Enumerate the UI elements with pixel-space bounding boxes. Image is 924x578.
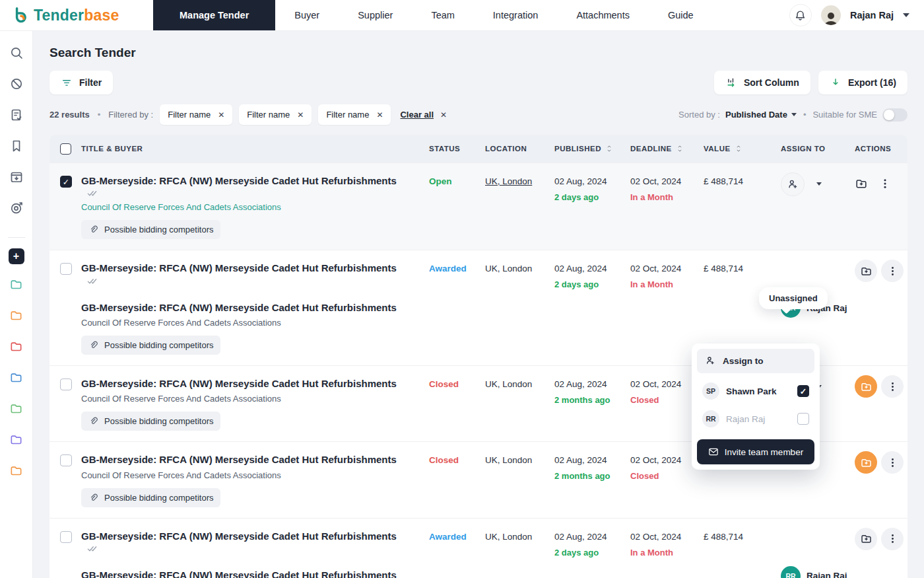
brand-logo[interactable]: Tenderbase xyxy=(0,0,153,30)
export-button[interactable]: Export (16) xyxy=(818,71,908,94)
folder-add-icon xyxy=(860,265,873,277)
nav-guide[interactable]: Guide xyxy=(649,0,713,30)
assign-dropdown-caret-icon[interactable] xyxy=(816,182,822,186)
assign-button[interactable] xyxy=(781,172,805,196)
col-status: STATUS xyxy=(429,145,485,153)
deadline-note: In a Month xyxy=(630,279,704,289)
person-add-icon xyxy=(705,355,716,367)
row-checkbox[interactable]: ✓ xyxy=(60,176,72,188)
tender-buyer[interactable]: Council Of Reserve Forces And Cadets Ass… xyxy=(81,202,409,212)
add-to-folder-button[interactable] xyxy=(855,528,877,550)
published-date: 02 Aug, 2024 xyxy=(554,532,630,542)
nav-attachments[interactable]: Attachments xyxy=(557,0,649,30)
folder-icon-3[interactable] xyxy=(9,340,23,353)
nav-buyer[interactable]: Buyer xyxy=(275,0,339,30)
assign-to-header: Assign to xyxy=(697,349,814,373)
member-checkbox[interactable] xyxy=(797,413,809,425)
published-date: 02 Aug, 2024 xyxy=(554,264,630,273)
invite-team-member-button[interactable]: Invite team member xyxy=(697,439,814,464)
tender-title[interactable]: GB-Merseyside: RFCA (NW) Merseyside Cade… xyxy=(81,377,409,390)
sort-published-icon[interactable] xyxy=(605,145,613,153)
clear-all-button[interactable]: Clear all xyxy=(400,110,434,120)
bell-icon xyxy=(794,9,807,22)
tender-title[interactable]: GB-Merseyside: RFCA (NW) Merseyside Cade… xyxy=(81,529,409,578)
clear-all-x-icon[interactable] xyxy=(440,110,447,120)
sorted-by-value[interactable]: Published Date xyxy=(725,110,797,120)
bookmark-icon[interactable] xyxy=(9,139,24,153)
more-actions-button[interactable] xyxy=(881,528,904,550)
member-checkbox[interactable]: ✓ xyxy=(797,385,809,397)
remove-filter-icon[interactable] xyxy=(376,110,383,120)
notifications-button[interactable] xyxy=(789,4,812,26)
folder-icon-1[interactable] xyxy=(9,277,23,291)
add-to-folder-button[interactable] xyxy=(855,260,877,282)
bidding-competitors-chip[interactable]: Possible bidding competitors xyxy=(81,488,220,507)
filter-chip-2[interactable]: Filter name xyxy=(239,104,312,125)
published-ago: 2 months ago xyxy=(554,471,630,481)
avatar-silhouette-icon xyxy=(823,11,839,25)
row-checkbox[interactable] xyxy=(60,379,72,390)
more-actions-button[interactable] xyxy=(881,451,904,474)
more-actions-button[interactable] xyxy=(878,177,892,190)
nav-team[interactable]: Team xyxy=(412,0,473,30)
folder-icon-6[interactable] xyxy=(9,433,23,447)
member-avatar: SP xyxy=(702,382,719,400)
row-checkbox[interactable] xyxy=(60,454,72,466)
tender-buyer[interactable]: Council Of Reserve Forces And Cadets Ass… xyxy=(81,394,409,404)
results-count: 22 results xyxy=(50,110,90,120)
filter-button[interactable]: Filter xyxy=(50,71,113,94)
tender-value: £ 488,714 xyxy=(704,163,781,250)
published-ago: 2 days ago xyxy=(554,548,630,558)
target-icon[interactable] xyxy=(9,201,24,215)
assignee-name: Rajan Raj xyxy=(807,571,847,578)
member-option-shawn-park[interactable]: SP Shawn Park ✓ xyxy=(698,377,813,405)
paperclip-icon xyxy=(88,225,98,235)
tender-buyer[interactable]: Council Of Reserve Forces And Cadets Ass… xyxy=(81,470,409,480)
filter-chip-1[interactable]: Filter name xyxy=(160,104,232,125)
folder-icon-4[interactable] xyxy=(9,371,23,384)
search-icon[interactable] xyxy=(9,46,24,60)
filtered-by-label: Filtered by : xyxy=(108,110,153,120)
sort-deadline-icon[interactable] xyxy=(676,145,684,153)
tender-title[interactable]: GB-Merseyside: RFCA (NW) Merseyside Cade… xyxy=(81,261,409,314)
remove-filter-icon[interactable] xyxy=(297,110,304,120)
add-to-folder-button[interactable] xyxy=(855,375,877,398)
nav-integration[interactable]: Integration xyxy=(474,0,558,30)
user-avatar[interactable] xyxy=(821,5,841,25)
tender-title[interactable]: GB-Merseyside: RFCA (NW) Merseyside Cade… xyxy=(81,174,409,199)
excluded-icon[interactable] xyxy=(9,77,24,91)
remove-filter-icon[interactable] xyxy=(218,110,224,120)
published-ago: 2 days ago xyxy=(554,192,630,202)
row-checkbox[interactable] xyxy=(60,263,72,275)
notes-check-icon[interactable] xyxy=(9,108,24,122)
add-folder-button[interactable]: + xyxy=(9,248,24,264)
kebab-menu-icon xyxy=(886,380,899,393)
sort-column-button[interactable]: Sort Column xyxy=(714,71,810,94)
nav-supplier[interactable]: Supplier xyxy=(339,0,412,30)
sme-toggle[interactable] xyxy=(882,108,908,122)
location-text: UK, London xyxy=(485,442,554,517)
archive-download-icon[interactable] xyxy=(9,170,24,184)
sort-value-icon[interactable] xyxy=(735,145,742,153)
user-menu-chevron-icon[interactable] xyxy=(903,13,909,17)
member-option-rajan-raj[interactable]: RR Rajan Raj xyxy=(698,405,813,433)
tender-title[interactable]: GB-Merseyside: RFCA (NW) Merseyside Cade… xyxy=(81,452,409,466)
location-link[interactable]: UK, London xyxy=(485,176,532,186)
more-actions-button[interactable] xyxy=(881,375,904,398)
select-all-checkbox[interactable] xyxy=(60,143,71,155)
more-actions-button[interactable] xyxy=(881,260,904,282)
bidding-competitors-chip[interactable]: Possible bidding competitors xyxy=(81,220,220,239)
add-to-folder-button[interactable] xyxy=(855,451,877,474)
folder-icon-7[interactable] xyxy=(9,464,23,478)
bidding-competitors-chip[interactable]: Possible bidding competitors xyxy=(81,412,220,431)
main-content: Search Tender Filter Sort Column Export … xyxy=(33,31,924,578)
filter-chip-3[interactable]: Filter name xyxy=(318,104,391,125)
tender-buyer[interactable]: Council Of Reserve Forces And Cadets Ass… xyxy=(81,318,409,328)
folder-icon-5[interactable] xyxy=(9,402,23,415)
row-checkbox[interactable] xyxy=(60,531,72,543)
bidding-competitors-chip[interactable]: Possible bidding competitors xyxy=(81,336,220,355)
kebab-menu-icon xyxy=(886,456,899,469)
folder-icon-2[interactable] xyxy=(9,308,23,322)
add-to-folder-button[interactable] xyxy=(855,177,868,190)
nav-manage-tender[interactable]: Manage Tender xyxy=(153,0,275,30)
